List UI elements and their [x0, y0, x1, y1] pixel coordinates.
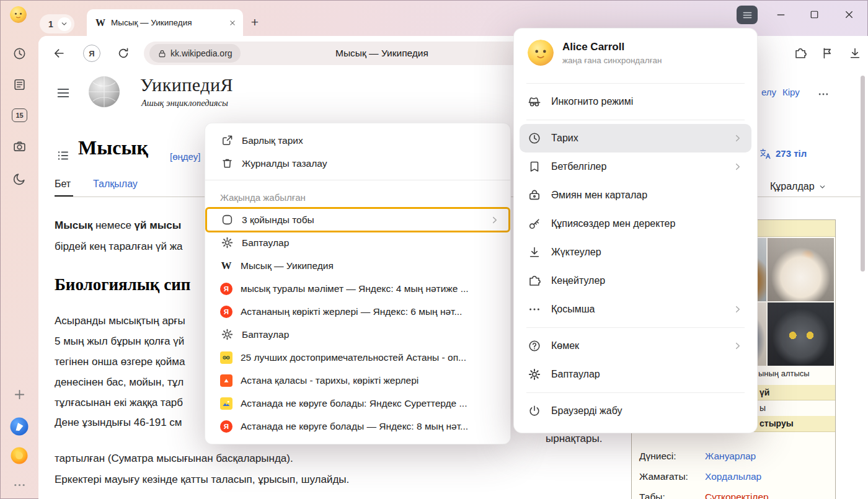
menu-item-label: 25 лучших достопримечательностей Астаны …: [241, 352, 500, 363]
wikipedia-favicon: W: [95, 17, 105, 29]
new-tab-button[interactable]: +: [246, 14, 264, 31]
tools-dropdown[interactable]: Құралдар: [770, 181, 826, 192]
cat-photo[interactable]: [768, 238, 834, 301]
menu-item-help[interactable]: Көмек: [520, 332, 751, 360]
wiki-menu-icon[interactable]: [56, 86, 71, 100]
menu-item-settings[interactable]: Баптаулар: [205, 231, 510, 254]
taxonomy-label: Табы:: [639, 492, 665, 499]
taxonomy-value-link[interactable]: Жануарлар: [705, 451, 756, 462]
cat-photo[interactable]: [768, 302, 834, 366]
downloads-icon[interactable]: [848, 46, 862, 60]
more-icon[interactable]: [12, 477, 27, 492]
page-scrollbar-thumb[interactable]: [861, 76, 865, 272]
taxonomy-value-redlink[interactable]: Сүткоректілер: [705, 492, 769, 499]
taxobox-row-fragment: үй: [760, 387, 769, 397]
menu-item-clear-history[interactable]: Журналды тазалау: [205, 152, 510, 175]
tab-counter-badge[interactable]: 15: [12, 108, 27, 122]
menu-item-history[interactable]: Тарих: [520, 124, 751, 152]
tab-title: Мысық — Уикипедия: [111, 18, 223, 27]
tab-page[interactable]: Бет: [55, 179, 71, 190]
menu-item-history-entry[interactable]: Астана қаласы - тарихы, көрікті жерлері: [205, 369, 510, 392]
divider: [526, 83, 745, 84]
signup-link[interactable]: елу: [761, 87, 776, 97]
section-label: Жақында жабылған: [205, 185, 510, 208]
edit-link[interactable]: [өңдеу]: [170, 151, 200, 162]
menu-item-label: Астанада не көруге болады — Яндекс: 8 мы…: [241, 421, 500, 432]
menu-item-history-entry[interactable]: Я Астанада не көруге болады — Яндекс: 8 …: [205, 415, 510, 438]
chevron-right-icon: [732, 133, 743, 144]
browser-menu-button[interactable]: [737, 6, 758, 24]
menu-item-incognito[interactable]: Инкогнито режимі: [520, 87, 751, 116]
chevron-down-icon[interactable]: [58, 17, 71, 31]
add-panel-icon[interactable]: [12, 387, 27, 402]
yandex-favicon: Я: [220, 420, 232, 433]
dark-mode-moon-icon[interactable]: [12, 171, 27, 186]
yandex-browser-icon[interactable]: [10, 417, 29, 436]
reload-icon[interactable]: [117, 46, 130, 60]
language-count[interactable]: 273 тіл: [776, 148, 807, 159]
yandex-favicon: Я: [220, 306, 232, 318]
incognito-icon: [528, 95, 541, 108]
article-paragraph-line: денесінен бас, мойын, тұл: [55, 376, 184, 389]
article-paragraph-line: 5 мың жыл бұрын қолға үй: [55, 335, 184, 348]
menu-item-bookmarks[interactable]: Бетбелгілер: [520, 152, 751, 181]
taxonomy-label: Дүниесі:: [639, 451, 676, 462]
close-button[interactable]: [841, 7, 857, 22]
profile-avatar[interactable]: [10, 6, 27, 23]
tab-group-pill[interactable]: 1: [40, 14, 74, 33]
menu-item-downloads[interactable]: Жүктеулер: [520, 238, 751, 267]
yandex-start-icon[interactable]: [11, 447, 28, 464]
wiki-more-icon[interactable]: [817, 88, 830, 100]
menu-item-more[interactable]: Қосымша: [520, 295, 751, 324]
active-tab[interactable]: W Мысық — Уикипедия: [87, 9, 243, 36]
menu-item-quit[interactable]: Браузерді жабу: [520, 397, 751, 425]
wikipedia-favicon: W: [220, 260, 232, 272]
menu-item-extensions[interactable]: Кеңейтулер: [520, 267, 751, 295]
menu-item-tab-group[interactable]: 3 қойынды тобы: [205, 208, 510, 231]
taxonomy-label: Жамағаты:: [639, 471, 688, 482]
menu-item-wallet[interactable]: Әмиян мен карталар: [520, 181, 751, 210]
tab-close-icon[interactable]: [228, 19, 237, 27]
menu-item-history-entry[interactable]: Я Астананың көрікті жерлері — Яндекс: 6 …: [205, 300, 510, 323]
collections-flag-icon[interactable]: [821, 46, 835, 60]
menu-item-label: Инкогнито режимі: [551, 96, 743, 107]
download-icon: [528, 245, 541, 259]
menu-item-history-entry[interactable]: 25 лучших достопримечательностей Астаны …: [205, 346, 510, 369]
menu-item-label: Қосымша: [551, 304, 722, 315]
menu-item-label: Баптаулар: [242, 237, 500, 249]
profile-header[interactable]: Alice Carroll жаңа ғана синхрондалған: [514, 36, 757, 79]
taxonomy-value-link[interactable]: Хордалылар: [705, 471, 761, 482]
yandex-search-button[interactable]: Я: [83, 45, 100, 62]
minimize-button[interactable]: [773, 7, 789, 22]
tab-talk[interactable]: Талқылау: [93, 179, 138, 190]
login-link[interactable]: Кіру: [782, 87, 800, 97]
extensions-puzzle-icon[interactable]: [794, 46, 807, 60]
menu-item-all-history[interactable]: Барлық тарих: [205, 129, 510, 152]
history-icon[interactable]: [12, 46, 27, 61]
taxonomy-row: Дүниесі: Жануарлар: [632, 451, 835, 471]
taxobox-row-fragment: стыруы: [760, 418, 794, 428]
article-paragraph-line: Асыранды мысықтың арғы: [55, 315, 185, 327]
divider: [526, 327, 745, 328]
article-paragraph-line: Еркектері мауығу кезінде қатты таласып, …: [55, 474, 349, 486]
menu-item-label: Әмиян мен карталар: [551, 190, 743, 201]
toc-icon[interactable]: [56, 149, 70, 162]
back-icon[interactable]: [52, 46, 66, 60]
feed-icon[interactable]: [12, 77, 27, 92]
menu-item-label: Баптаулар: [242, 329, 500, 340]
menu-item-history-entry[interactable]: W Мысық — Уикипедия: [205, 254, 510, 277]
menu-item-passwords[interactable]: Құпиясөздер мен деректер: [520, 210, 751, 238]
menu-item-settings[interactable]: Баптаулар: [205, 323, 510, 346]
wikipedia-globe-logo[interactable]: [88, 76, 120, 108]
maximize-button[interactable]: [806, 7, 822, 22]
screenshot-icon[interactable]: [12, 139, 27, 154]
article-paragraph-line: тегінен онша өзгере қойма: [55, 356, 185, 368]
menu-item-settings[interactable]: Баптаулар: [520, 360, 751, 389]
menu-item-history-entry[interactable]: Астанада не көруге болады: Яндекс Суретт…: [205, 392, 510, 415]
tab-group-icon: [220, 213, 234, 227]
section-heading: Биологиялық сип: [55, 275, 190, 294]
menu-item-history-entry[interactable]: Я мысық туралы мәлімет — Яндекс: 4 мың н…: [205, 277, 510, 300]
wiki-logo-title[interactable]: УикипедиЯ: [140, 74, 233, 95]
menu-item-label: Тарих: [551, 133, 722, 144]
article-paragraph-fragment: ырнақтары.: [546, 433, 602, 445]
